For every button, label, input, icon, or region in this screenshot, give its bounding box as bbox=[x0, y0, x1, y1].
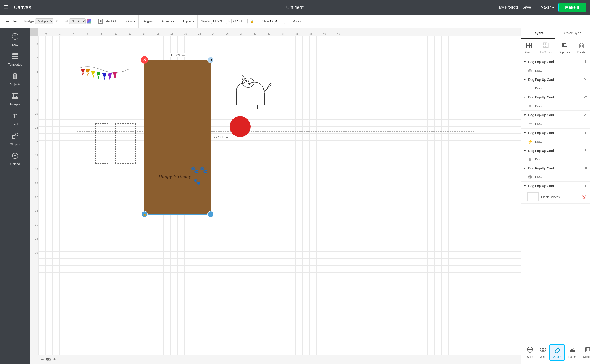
layer-group-header-3[interactable]: ▼ Dog Pop-Up Card 👁 bbox=[521, 93, 590, 102]
lock-aspect-button[interactable]: 🔒 bbox=[248, 19, 255, 24]
flatten-label: Flatten bbox=[568, 355, 577, 358]
visibility-toggle-6[interactable]: 👁 bbox=[584, 149, 587, 153]
make-it-button[interactable]: Make It bbox=[558, 3, 586, 12]
flip-group: Flip ↔ ▾ bbox=[180, 15, 198, 27]
eye-off-icon[interactable]: 🚫 bbox=[582, 195, 586, 199]
visibility-toggle-4[interactable]: 👁 bbox=[584, 113, 587, 117]
layer-group-7: ▼ Dog Pop-Up Card 👁 @ Draw bbox=[521, 164, 590, 182]
draw-label-6: Draw bbox=[535, 158, 586, 161]
width-dimension-label: 11.503 cm bbox=[169, 53, 186, 58]
undo-button[interactable]: ↩ bbox=[5, 18, 11, 25]
layer-item-1-0[interactable]: ◎ Draw bbox=[521, 66, 590, 75]
menu-icon[interactable]: ☰ bbox=[4, 4, 8, 10]
visibility-toggle-7[interactable]: 👁 bbox=[584, 166, 587, 170]
group-button[interactable]: Group bbox=[523, 41, 535, 55]
duplicate-button[interactable]: Duplicate bbox=[557, 41, 573, 55]
visibility-toggle-5[interactable]: 👁 bbox=[584, 131, 587, 135]
sidebar-item-projects[interactable]: Projects bbox=[2, 70, 28, 89]
blank-canvas-preview bbox=[527, 192, 539, 202]
weld-button[interactable]: Weld bbox=[537, 344, 550, 360]
sidebar-images-label: Images bbox=[10, 103, 20, 106]
topbar: ☰ Canvas Untitled* My Projects Save | Ma… bbox=[0, 0, 590, 15]
tab-layers[interactable]: Layers bbox=[521, 28, 556, 39]
draw-icon-4: ✛ bbox=[527, 121, 533, 126]
svg-rect-32 bbox=[529, 43, 532, 45]
visibility-toggle-1[interactable]: 👁 bbox=[584, 60, 587, 64]
svg-rect-2 bbox=[12, 53, 18, 55]
sidebar-item-images[interactable]: Images bbox=[2, 90, 28, 109]
layer-item-3-0[interactable]: ✒ Draw bbox=[521, 102, 590, 110]
box-shape-2[interactable] bbox=[115, 123, 136, 164]
layer-group-header-4[interactable]: ▼ Dog Pop-Up Card 👁 bbox=[521, 111, 590, 119]
save-button[interactable]: Save bbox=[523, 5, 531, 9]
layer-group-6: ▼ Dog Pop-Up Card 👁 ħ Draw bbox=[521, 146, 590, 164]
layer-item-4-0[interactable]: ✛ Draw bbox=[521, 119, 590, 128]
visibility-toggle-2[interactable]: 👁 bbox=[584, 78, 587, 82]
attach-button[interactable]: Attach bbox=[550, 344, 565, 361]
rotate-handle[interactable]: ↺ bbox=[207, 57, 214, 63]
layer-group-header-5[interactable]: ▼ Dog Pop-Up Card 👁 bbox=[521, 129, 590, 137]
red-circle[interactable] bbox=[230, 116, 251, 137]
redo-button[interactable]: ↪ bbox=[12, 18, 18, 25]
height-dimension-label: 22.131 cm bbox=[212, 135, 229, 139]
flip-button[interactable]: Flip ↔ ▾ bbox=[182, 19, 196, 24]
linetype-help[interactable]: ? bbox=[54, 19, 59, 24]
canvas-area[interactable]: 0 2 4 6 8 10 12 14 16 18 20 22 24 26 28 … bbox=[30, 28, 520, 364]
sidebar-item-new[interactable]: + New bbox=[2, 30, 28, 49]
center-dashed-line bbox=[77, 131, 474, 132]
flatten-button[interactable]: Flatten bbox=[565, 344, 580, 360]
weld-label: Weld bbox=[540, 355, 546, 358]
linetype-select[interactable]: Multiple bbox=[35, 18, 53, 24]
layer-item-5-0[interactable]: ⚡ Draw bbox=[521, 137, 590, 146]
close-handle[interactable]: ✕ bbox=[141, 56, 148, 64]
layer-group-4: ▼ Dog Pop-Up Card 👁 ✛ Draw bbox=[521, 111, 590, 129]
more-button[interactable]: More ▾ bbox=[291, 19, 303, 24]
zoom-out-button[interactable]: − bbox=[41, 357, 44, 362]
fill-select[interactable]: No Fill bbox=[69, 18, 86, 24]
layer-group-header-2[interactable]: ▼ Dog Pop-Up Card 👁 bbox=[521, 75, 590, 84]
sidebar-item-shapes[interactable]: Shapes bbox=[2, 130, 28, 149]
ungroup-button[interactable]: UnGroup bbox=[538, 41, 554, 55]
layer-group-header-1[interactable]: ▼ Dog Pop-Up Card 👁 bbox=[521, 58, 590, 66]
maker-button[interactable]: Maker ▾ bbox=[541, 5, 554, 10]
layer-item-7-0[interactable]: @ Draw bbox=[521, 173, 590, 181]
banner-flags[interactable]: F R A N N bbox=[77, 61, 132, 99]
arrange-button[interactable]: Arrange ▾ bbox=[160, 19, 176, 24]
rotate-input[interactable] bbox=[274, 19, 285, 24]
sidebar-item-templates[interactable]: Templates bbox=[2, 50, 28, 69]
edit-button[interactable]: Edit ✏ ▾ bbox=[123, 19, 137, 24]
svg-rect-53 bbox=[587, 348, 589, 351]
tab-color-sync[interactable]: Color Sync bbox=[556, 28, 590, 39]
lock-handle[interactable]: 🔒 bbox=[141, 211, 148, 217]
width-input[interactable] bbox=[211, 19, 227, 24]
visibility-toggle-3[interactable]: 👁 bbox=[584, 95, 587, 99]
ungroup-label: UnGroup bbox=[540, 51, 551, 54]
visibility-toggle-8[interactable]: 👁 bbox=[584, 184, 587, 188]
layer-group-header-6[interactable]: ▼ Dog Pop-Up Card 👁 bbox=[521, 146, 590, 155]
layer-item-6-0[interactable]: ħ Draw bbox=[521, 155, 590, 164]
height-input[interactable] bbox=[231, 19, 247, 24]
align-button[interactable]: Align ▾ bbox=[143, 19, 154, 24]
box-shape-1[interactable] bbox=[95, 123, 108, 164]
zoom-in-button[interactable]: + bbox=[53, 357, 56, 362]
slice-button[interactable]: Slice bbox=[524, 344, 537, 360]
dog-image[interactable] bbox=[227, 72, 274, 109]
layer-group-header-7[interactable]: ▼ Dog Pop-Up Card 👁 bbox=[521, 164, 590, 173]
arrange-group: Arrange ▾ bbox=[158, 15, 178, 27]
sidebar-item-text[interactable]: T Text bbox=[2, 110, 28, 129]
scale-handle[interactable] bbox=[207, 211, 214, 217]
chevron-icon-5: ▼ bbox=[524, 131, 526, 135]
contour-button[interactable]: Contour bbox=[580, 344, 590, 360]
canvas-grid[interactable]: F R A N N Happy Birthday 🐾 🐾 bbox=[39, 36, 520, 355]
upload-icon bbox=[12, 152, 19, 161]
sidebar-shapes-label: Shapes bbox=[10, 143, 20, 146]
layer-item-8-0[interactable]: Blank Canvas 🚫 bbox=[521, 190, 590, 203]
layer-group-header-8[interactable]: ▼ Dog Pop-Up Card 👁 bbox=[521, 182, 590, 190]
sidebar-item-upload[interactable]: Upload bbox=[2, 150, 28, 169]
select-all-button[interactable]: ⊞ Select All bbox=[97, 18, 117, 25]
flatten-icon bbox=[569, 346, 575, 354]
delete-button[interactable]: Delete bbox=[575, 41, 588, 55]
brown-rectangle[interactable]: Happy Birthday 🐾 🐾 🐾 11.503 cm 22.131 cm… bbox=[144, 59, 211, 215]
layer-item-2-0[interactable]: | Draw bbox=[521, 84, 590, 93]
my-projects-link[interactable]: My Projects bbox=[499, 5, 519, 9]
